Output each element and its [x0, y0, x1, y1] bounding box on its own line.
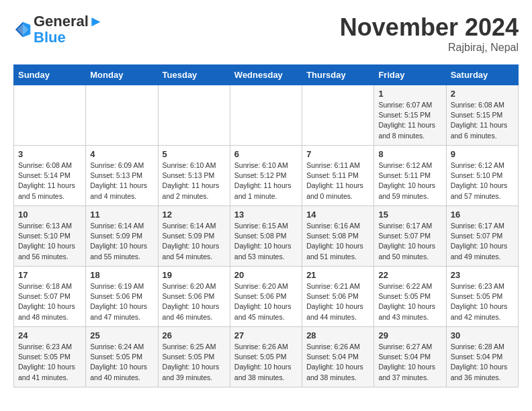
- cell-info: Sunrise: 6:26 AM Sunset: 5:04 PM Dayligh…: [306, 342, 369, 383]
- calendar-cell: 17Sunrise: 6:18 AM Sunset: 5:07 PM Dayli…: [14, 267, 86, 327]
- day-number: 20: [234, 270, 298, 280]
- day-number: 15: [378, 210, 441, 220]
- calendar-cell: 4Sunrise: 6:09 AM Sunset: 5:13 PM Daylig…: [86, 146, 158, 206]
- calendar-row: 17Sunrise: 6:18 AM Sunset: 5:07 PM Dayli…: [14, 267, 519, 327]
- cell-info: Sunrise: 6:10 AM Sunset: 5:13 PM Dayligh…: [163, 161, 226, 201]
- day-number: 22: [378, 270, 441, 280]
- page-header: General► Blue November 2024 Rajbiraj, Ne…: [13, 13, 519, 54]
- logo-icon: [13, 20, 32, 39]
- day-number: 1: [378, 89, 441, 99]
- cell-info: Sunrise: 6:18 AM Sunset: 5:07 PM Dayligh…: [18, 281, 81, 322]
- cell-info: Sunrise: 6:20 AM Sunset: 5:06 PM Dayligh…: [163, 281, 226, 322]
- weekday-friday: Friday: [374, 65, 446, 85]
- calendar-table: SundayMondayTuesdayWednesdayThursdayFrid…: [13, 64, 519, 387]
- day-number: 8: [378, 149, 441, 159]
- day-number: 4: [90, 149, 153, 159]
- weekday-monday: Monday: [86, 65, 158, 85]
- cell-info: Sunrise: 6:26 AM Sunset: 5:05 PM Dayligh…: [234, 342, 298, 383]
- day-number: 23: [451, 270, 514, 280]
- calendar-cell: 6Sunrise: 6:10 AM Sunset: 5:12 PM Daylig…: [230, 146, 302, 206]
- day-number: 3: [18, 149, 81, 159]
- calendar-cell: 13Sunrise: 6:15 AM Sunset: 5:08 PM Dayli…: [230, 206, 302, 267]
- calendar-cell: 24Sunrise: 6:23 AM Sunset: 5:05 PM Dayli…: [14, 327, 86, 387]
- calendar-cell: 3Sunrise: 6:08 AM Sunset: 5:14 PM Daylig…: [14, 146, 86, 206]
- weekday-saturday: Saturday: [446, 65, 518, 85]
- calendar-cell: 1Sunrise: 6:07 AM Sunset: 5:15 PM Daylig…: [374, 85, 446, 146]
- day-number: 25: [90, 330, 153, 340]
- calendar-row: 10Sunrise: 6:13 AM Sunset: 5:10 PM Dayli…: [14, 206, 519, 267]
- cell-info: Sunrise: 6:22 AM Sunset: 5:05 PM Dayligh…: [378, 281, 441, 322]
- day-number: 14: [306, 210, 369, 220]
- cell-info: Sunrise: 6:27 AM Sunset: 5:04 PM Dayligh…: [378, 342, 441, 383]
- day-number: 7: [306, 149, 369, 159]
- cell-info: Sunrise: 6:09 AM Sunset: 5:13 PM Dayligh…: [90, 161, 153, 201]
- calendar-cell: 23Sunrise: 6:23 AM Sunset: 5:05 PM Dayli…: [446, 267, 518, 327]
- day-number: 27: [234, 330, 298, 340]
- calendar-cell: 8Sunrise: 6:12 AM Sunset: 5:11 PM Daylig…: [374, 146, 446, 206]
- calendar-cell: 12Sunrise: 6:14 AM Sunset: 5:09 PM Dayli…: [158, 206, 230, 267]
- calendar-cell: 30Sunrise: 6:28 AM Sunset: 5:04 PM Dayli…: [446, 327, 518, 387]
- calendar-row: 3Sunrise: 6:08 AM Sunset: 5:14 PM Daylig…: [14, 146, 519, 206]
- cell-info: Sunrise: 6:12 AM Sunset: 5:11 PM Dayligh…: [378, 161, 441, 201]
- calendar-cell: 5Sunrise: 6:10 AM Sunset: 5:13 PM Daylig…: [158, 146, 230, 206]
- day-number: 12: [163, 210, 226, 220]
- weekday-sunday: Sunday: [14, 65, 86, 85]
- day-number: 26: [163, 330, 226, 340]
- title-block: November 2024 Rajbiraj, Nepal: [340, 13, 519, 54]
- calendar-cell: 25Sunrise: 6:24 AM Sunset: 5:05 PM Dayli…: [86, 327, 158, 387]
- calendar-cell: 27Sunrise: 6:26 AM Sunset: 5:05 PM Dayli…: [230, 327, 302, 387]
- calendar-cell: 19Sunrise: 6:20 AM Sunset: 5:06 PM Dayli…: [158, 267, 230, 327]
- weekday-header-row: SundayMondayTuesdayWednesdayThursdayFrid…: [14, 65, 519, 85]
- cell-info: Sunrise: 6:25 AM Sunset: 5:05 PM Dayligh…: [163, 342, 226, 383]
- weekday-thursday: Thursday: [302, 65, 374, 85]
- day-number: 5: [163, 149, 226, 159]
- day-number: 29: [378, 330, 441, 340]
- calendar-cell: 26Sunrise: 6:25 AM Sunset: 5:05 PM Dayli…: [158, 327, 230, 387]
- day-number: 10: [18, 210, 81, 220]
- calendar-cell: 11Sunrise: 6:14 AM Sunset: 5:09 PM Dayli…: [86, 206, 158, 267]
- calendar-cell: [230, 85, 302, 146]
- day-number: 13: [234, 210, 298, 220]
- cell-info: Sunrise: 6:12 AM Sunset: 5:10 PM Dayligh…: [451, 161, 514, 201]
- day-number: 16: [451, 210, 514, 220]
- calendar-cell: [158, 85, 230, 146]
- calendar-cell: 14Sunrise: 6:16 AM Sunset: 5:08 PM Dayli…: [302, 206, 374, 267]
- location: Rajbiraj, Nepal: [340, 42, 519, 54]
- cell-info: Sunrise: 6:14 AM Sunset: 5:09 PM Dayligh…: [163, 221, 226, 262]
- cell-info: Sunrise: 6:08 AM Sunset: 5:15 PM Dayligh…: [451, 100, 514, 141]
- cell-info: Sunrise: 6:24 AM Sunset: 5:05 PM Dayligh…: [90, 342, 153, 383]
- day-number: 18: [90, 270, 153, 280]
- calendar-cell: 28Sunrise: 6:26 AM Sunset: 5:04 PM Dayli…: [302, 327, 374, 387]
- month-title: November 2024: [340, 13, 519, 42]
- calendar-cell: 20Sunrise: 6:20 AM Sunset: 5:06 PM Dayli…: [230, 267, 302, 327]
- logo-text: General► Blue: [34, 13, 103, 46]
- cell-info: Sunrise: 6:10 AM Sunset: 5:12 PM Dayligh…: [234, 161, 298, 201]
- calendar-cell: 15Sunrise: 6:17 AM Sunset: 5:07 PM Dayli…: [374, 206, 446, 267]
- calendar-cell: [302, 85, 374, 146]
- cell-info: Sunrise: 6:11 AM Sunset: 5:11 PM Dayligh…: [306, 161, 369, 201]
- logo: General► Blue: [13, 13, 103, 46]
- cell-info: Sunrise: 6:17 AM Sunset: 5:07 PM Dayligh…: [378, 221, 441, 262]
- day-number: 30: [451, 330, 514, 340]
- cell-info: Sunrise: 6:07 AM Sunset: 5:15 PM Dayligh…: [378, 100, 441, 141]
- day-number: 17: [18, 270, 81, 280]
- cell-info: Sunrise: 6:19 AM Sunset: 5:06 PM Dayligh…: [90, 281, 153, 322]
- calendar-row: 1Sunrise: 6:07 AM Sunset: 5:15 PM Daylig…: [14, 85, 519, 146]
- day-number: 9: [451, 149, 514, 159]
- calendar-row: 24Sunrise: 6:23 AM Sunset: 5:05 PM Dayli…: [14, 327, 519, 387]
- day-number: 2: [451, 89, 514, 99]
- calendar-cell: 16Sunrise: 6:17 AM Sunset: 5:07 PM Dayli…: [446, 206, 518, 267]
- cell-info: Sunrise: 6:08 AM Sunset: 5:14 PM Dayligh…: [18, 161, 81, 201]
- cell-info: Sunrise: 6:28 AM Sunset: 5:04 PM Dayligh…: [451, 342, 514, 383]
- calendar-cell: [86, 85, 158, 146]
- weekday-tuesday: Tuesday: [158, 65, 230, 85]
- cell-info: Sunrise: 6:23 AM Sunset: 5:05 PM Dayligh…: [451, 281, 514, 322]
- cell-info: Sunrise: 6:20 AM Sunset: 5:06 PM Dayligh…: [234, 281, 298, 322]
- calendar-cell: 9Sunrise: 6:12 AM Sunset: 5:10 PM Daylig…: [446, 146, 518, 206]
- calendar-cell: 10Sunrise: 6:13 AM Sunset: 5:10 PM Dayli…: [14, 206, 86, 267]
- calendar-cell: 21Sunrise: 6:21 AM Sunset: 5:06 PM Dayli…: [302, 267, 374, 327]
- calendar-cell: 7Sunrise: 6:11 AM Sunset: 5:11 PM Daylig…: [302, 146, 374, 206]
- day-number: 6: [234, 149, 298, 159]
- cell-info: Sunrise: 6:23 AM Sunset: 5:05 PM Dayligh…: [18, 342, 81, 383]
- cell-info: Sunrise: 6:17 AM Sunset: 5:07 PM Dayligh…: [451, 221, 514, 262]
